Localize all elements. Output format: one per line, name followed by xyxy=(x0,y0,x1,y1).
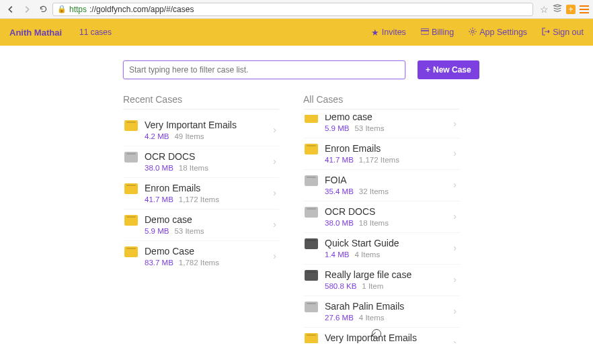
all-list[interactable]: Demo case5.9 MB53 Items›Enron Emails41.7… xyxy=(303,115,459,343)
signout-label: Sign out xyxy=(553,28,584,37)
settings-link[interactable]: App Settings xyxy=(469,28,527,38)
case-name: Demo case xyxy=(325,115,453,123)
folder-icon xyxy=(305,302,318,312)
case-size: 38.0 MB xyxy=(325,219,354,227)
billing-label: Billing xyxy=(432,28,454,37)
case-item[interactable]: Quick Start Guide1.4 MB4 Items›✎✕ xyxy=(303,233,459,265)
case-name: Demo case xyxy=(145,214,273,226)
case-name: Demo Case xyxy=(145,245,273,257)
folder-icon xyxy=(305,175,318,186)
case-items: 1,782 Items xyxy=(179,259,219,267)
user-name[interactable]: Anith Mathai xyxy=(9,28,62,38)
browser-toolbar: 🔒 https://goldfynch.com/app/#/cases ☆ + xyxy=(0,0,593,19)
case-size: 1.4 MB xyxy=(325,251,349,259)
recent-list: Very Important Emails4.2 MB49 Items›OCR … xyxy=(123,115,279,272)
case-meta: Very Important Emails4.2 MB49 Items xyxy=(145,119,273,140)
case-items: 32 Items xyxy=(359,187,389,195)
gear-icon xyxy=(469,28,477,38)
back-button[interactable] xyxy=(4,3,17,16)
chevron-right-icon: › xyxy=(453,306,458,316)
chevron-right-icon: › xyxy=(273,251,278,261)
folder-icon xyxy=(124,183,138,194)
new-case-label: New Case xyxy=(433,65,471,75)
case-items: 18 Items xyxy=(359,219,389,227)
case-name: Enron Emails xyxy=(325,142,453,154)
folder-icon xyxy=(305,144,318,154)
signout-icon xyxy=(542,28,550,38)
case-meta: Demo case5.9 MB53 Items xyxy=(145,214,273,235)
case-meta: Demo case5.9 MB53 Items xyxy=(325,115,453,132)
app-header: Anith Mathai 11 cases ★ Invites Billing … xyxy=(0,19,593,46)
lock-icon: 🔒 xyxy=(57,5,67,13)
chevron-right-icon: › xyxy=(273,219,278,230)
case-item[interactable]: Demo case5.9 MB53 Items› xyxy=(303,115,459,138)
folder-icon xyxy=(305,238,318,249)
case-name: Very Important Emails xyxy=(325,332,453,343)
folder-icon xyxy=(305,207,318,218)
case-item[interactable]: Enron Emails41.7 MB1,172 Items›✎✕ xyxy=(303,138,459,170)
svg-rect-1 xyxy=(421,30,429,31)
star-icon: ★ xyxy=(371,28,379,38)
case-size: 5.9 MB xyxy=(145,227,169,235)
case-name: Quick Start Guide xyxy=(325,237,453,249)
chevron-right-icon: › xyxy=(273,124,278,135)
case-items: 1,172 Items xyxy=(359,156,399,164)
case-items: 4 Items xyxy=(354,251,380,259)
svg-rect-0 xyxy=(421,28,429,34)
extension-icon[interactable]: + xyxy=(566,5,576,14)
case-meta: Enron Emails41.7 MB1,172 Items xyxy=(145,182,273,203)
case-item[interactable]: Sarah Palin Emails27.6 MB4 Items›✎✕ xyxy=(303,296,459,328)
case-meta: Quick Start Guide1.4 MB4 Items xyxy=(325,237,453,259)
case-meta: OCR DOCS38.0 MB18 Items xyxy=(325,206,453,227)
case-item[interactable]: OCR DOCS38.0 MB18 Items› xyxy=(123,146,279,178)
case-item[interactable]: Very Important Emails4.2 MB49 Items› xyxy=(123,115,279,146)
case-items: 53 Items xyxy=(174,227,204,235)
url-bar[interactable]: 🔒 https://goldfynch.com/app/#/cases xyxy=(52,3,533,16)
case-size: 83.7 MB xyxy=(145,259,173,267)
case-count: 11 cases xyxy=(79,28,112,37)
billing-link[interactable]: Billing xyxy=(421,28,454,38)
case-item[interactable]: Enron Emails41.7 MB1,172 Items› xyxy=(123,178,279,210)
case-item[interactable]: FOIA35.4 MB32 Items›✎✕ xyxy=(303,170,459,201)
chevron-right-icon: › xyxy=(453,179,458,190)
folder-icon xyxy=(124,152,138,163)
case-item[interactable]: Very Important Emails4.2 MB49 Items›✎✕ xyxy=(303,328,459,343)
case-item[interactable]: Really large file case580.8 KB1 Item›✎✕ xyxy=(303,265,459,296)
case-size: 41.7 MB xyxy=(145,195,173,203)
url-path: ://goldfynch.com/app/#/cases xyxy=(89,5,194,14)
case-size: 38.0 MB xyxy=(145,164,173,172)
case-name: Enron Emails xyxy=(145,182,273,194)
menu-icon[interactable] xyxy=(580,5,589,13)
case-item[interactable]: OCR DOCS38.0 MB18 Items›✎✕ xyxy=(303,201,459,233)
case-name: OCR DOCS xyxy=(145,150,273,163)
folder-icon xyxy=(305,333,318,343)
case-item[interactable]: Demo Case83.7 MB1,782 Items› xyxy=(123,241,279,272)
filter-input[interactable] xyxy=(123,60,405,79)
all-cases-column: All Cases Demo case5.9 MB53 Items›Enron … xyxy=(303,94,459,343)
invites-link[interactable]: ★ Invites xyxy=(371,28,406,38)
case-items: 53 Items xyxy=(354,124,384,132)
case-name: OCR DOCS xyxy=(325,206,453,218)
new-case-button[interactable]: + New Case xyxy=(418,60,479,79)
case-items: 1 Item xyxy=(362,282,383,290)
case-meta: Sarah Palin Emails27.6 MB4 Items xyxy=(325,300,453,322)
case-meta: Demo Case83.7 MB1,782 Items xyxy=(145,245,273,267)
invites-label: Invites xyxy=(382,28,406,37)
folder-icon xyxy=(305,115,318,123)
recent-cases-column: Recent Cases Very Important Emails4.2 MB… xyxy=(123,94,279,343)
case-item[interactable]: Demo case5.9 MB53 Items› xyxy=(123,210,279,241)
case-size: 35.4 MB xyxy=(325,187,354,195)
chevron-right-icon: › xyxy=(273,156,278,167)
bookmark-star-icon[interactable]: ☆ xyxy=(540,4,549,15)
stack-icon[interactable] xyxy=(553,3,562,15)
recent-title: Recent Cases xyxy=(123,94,279,109)
case-items: 4 Items xyxy=(359,314,385,322)
signout-link[interactable]: Sign out xyxy=(542,28,584,38)
folder-icon xyxy=(305,270,318,281)
case-items: 18 Items xyxy=(179,164,208,172)
case-meta: Enron Emails41.7 MB1,172 Items xyxy=(325,142,453,164)
case-size: 41.7 MB xyxy=(325,156,354,164)
reload-button[interactable] xyxy=(36,3,50,16)
forward-button[interactable] xyxy=(20,3,34,16)
settings-label: App Settings xyxy=(479,28,527,37)
